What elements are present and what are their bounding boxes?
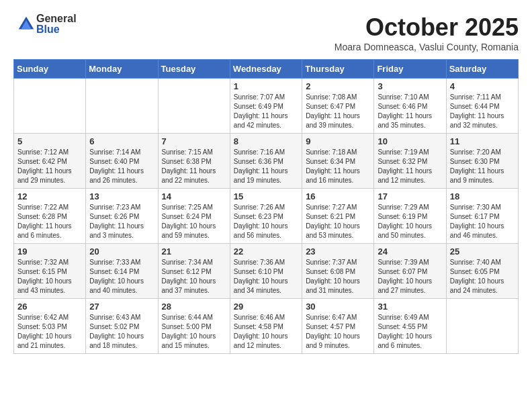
day-header-tuesday: Tuesday xyxy=(158,60,230,79)
day-number: 1 xyxy=(234,81,298,91)
day-info: Sunrise: 7:40 AMSunset: 6:05 PMDaylight:… xyxy=(450,258,515,295)
day-info: Sunrise: 7:20 AMSunset: 6:30 PMDaylight:… xyxy=(450,148,515,185)
day-info: Sunrise: 7:36 AMSunset: 6:10 PMDaylight:… xyxy=(234,258,298,295)
day-cell: 17Sunrise: 7:29 AMSunset: 6:19 PMDayligh… xyxy=(374,189,446,244)
day-number: 18 xyxy=(450,191,515,201)
day-cell: 20Sunrise: 7:33 AMSunset: 6:14 PMDayligh… xyxy=(86,244,158,299)
day-info: Sunrise: 7:23 AMSunset: 6:26 PMDaylight:… xyxy=(89,203,154,240)
day-number: 21 xyxy=(162,246,226,257)
day-cell xyxy=(14,79,86,134)
day-info: Sunrise: 7:22 AMSunset: 6:28 PMDaylight:… xyxy=(17,203,82,240)
day-info: Sunrise: 7:14 AMSunset: 6:40 PMDaylight:… xyxy=(89,148,154,185)
day-number: 25 xyxy=(450,246,515,257)
day-cell: 13Sunrise: 7:23 AMSunset: 6:26 PMDayligh… xyxy=(86,189,158,244)
day-number: 17 xyxy=(378,191,442,201)
day-info: Sunrise: 7:08 AMSunset: 6:47 PMDaylight:… xyxy=(306,93,370,130)
day-cell: 2Sunrise: 7:08 AMSunset: 6:47 PMDaylight… xyxy=(302,79,374,134)
day-cell: 4Sunrise: 7:11 AMSunset: 6:44 PMDaylight… xyxy=(446,79,518,134)
day-number: 3 xyxy=(378,81,442,91)
day-cell: 31Sunrise: 6:49 AMSunset: 4:55 PMDayligh… xyxy=(374,299,446,354)
day-info: Sunrise: 7:30 AMSunset: 6:17 PMDaylight:… xyxy=(450,203,515,240)
day-info: Sunrise: 7:07 AMSunset: 6:49 PMDaylight:… xyxy=(234,93,298,130)
day-info: Sunrise: 7:16 AMSunset: 6:36 PMDaylight:… xyxy=(234,148,298,185)
logo: General Blue xyxy=(13,13,77,35)
day-info: Sunrise: 7:37 AMSunset: 6:08 PMDaylight:… xyxy=(306,258,370,295)
day-number: 15 xyxy=(234,191,298,201)
day-info: Sunrise: 7:10 AMSunset: 6:46 PMDaylight:… xyxy=(378,93,442,130)
day-number: 5 xyxy=(17,136,82,146)
day-header-monday: Monday xyxy=(86,60,158,79)
day-cell: 15Sunrise: 7:26 AMSunset: 6:23 PMDayligh… xyxy=(230,189,302,244)
day-cell: 10Sunrise: 7:19 AMSunset: 6:32 PMDayligh… xyxy=(374,134,446,189)
day-number: 10 xyxy=(378,136,442,146)
day-number: 30 xyxy=(306,302,370,312)
location-subtitle: Moara Domneasca, Vaslui County, Romania xyxy=(335,42,519,52)
day-cell: 8Sunrise: 7:16 AMSunset: 6:36 PMDaylight… xyxy=(230,134,302,189)
day-info: Sunrise: 7:26 AMSunset: 6:23 PMDaylight:… xyxy=(234,203,298,240)
day-cell: 5Sunrise: 7:12 AMSunset: 6:42 PMDaylight… xyxy=(14,134,86,189)
day-number: 22 xyxy=(234,246,298,257)
day-header-saturday: Saturday xyxy=(446,60,518,79)
day-header-thursday: Thursday xyxy=(302,60,374,79)
logo-general: General xyxy=(36,13,77,24)
day-cell: 30Sunrise: 6:47 AMSunset: 4:57 PMDayligh… xyxy=(302,299,374,354)
week-row-2: 5Sunrise: 7:12 AMSunset: 6:42 PMDaylight… xyxy=(14,134,519,189)
week-row-4: 19Sunrise: 7:32 AMSunset: 6:15 PMDayligh… xyxy=(14,244,519,299)
day-number: 7 xyxy=(162,136,226,146)
day-info: Sunrise: 7:39 AMSunset: 6:07 PMDaylight:… xyxy=(378,258,442,295)
day-cell: 21Sunrise: 7:34 AMSunset: 6:12 PMDayligh… xyxy=(158,244,230,299)
day-info: Sunrise: 7:18 AMSunset: 6:34 PMDaylight:… xyxy=(306,148,370,185)
day-info: Sunrise: 6:42 AMSunset: 5:03 PMDaylight:… xyxy=(17,313,82,351)
day-info: Sunrise: 6:43 AMSunset: 5:02 PMDaylight:… xyxy=(89,313,154,351)
day-cell xyxy=(158,79,230,134)
day-info: Sunrise: 6:49 AMSunset: 4:55 PMDaylight:… xyxy=(378,313,442,351)
day-cell: 18Sunrise: 7:30 AMSunset: 6:17 PMDayligh… xyxy=(446,189,518,244)
day-cell xyxy=(86,79,158,134)
day-cell: 16Sunrise: 7:27 AMSunset: 6:21 PMDayligh… xyxy=(302,189,374,244)
day-number: 13 xyxy=(89,191,154,201)
title-block: October 2025 Moara Domneasca, Vaslui Cou… xyxy=(335,13,519,52)
day-cell: 24Sunrise: 7:39 AMSunset: 6:07 PMDayligh… xyxy=(374,244,446,299)
day-info: Sunrise: 7:33 AMSunset: 6:14 PMDaylight:… xyxy=(89,258,154,295)
day-cell: 11Sunrise: 7:20 AMSunset: 6:30 PMDayligh… xyxy=(446,134,518,189)
logo-text: General Blue xyxy=(36,13,77,35)
day-cell: 14Sunrise: 7:25 AMSunset: 6:24 PMDayligh… xyxy=(158,189,230,244)
day-info: Sunrise: 7:11 AMSunset: 6:44 PMDaylight:… xyxy=(450,93,515,130)
day-cell: 9Sunrise: 7:18 AMSunset: 6:34 PMDaylight… xyxy=(302,134,374,189)
calendar-table: SundayMondayTuesdayWednesdayThursdayFrid… xyxy=(13,59,519,354)
day-info: Sunrise: 6:46 AMSunset: 4:58 PMDaylight:… xyxy=(234,313,298,351)
day-cell: 27Sunrise: 6:43 AMSunset: 5:02 PMDayligh… xyxy=(86,299,158,354)
day-header-wednesday: Wednesday xyxy=(230,60,302,79)
day-cell: 6Sunrise: 7:14 AMSunset: 6:40 PMDaylight… xyxy=(86,134,158,189)
day-cell xyxy=(446,299,518,354)
day-number: 27 xyxy=(89,302,154,312)
day-cell: 26Sunrise: 6:42 AMSunset: 5:03 PMDayligh… xyxy=(14,299,86,354)
month-title: October 2025 xyxy=(335,13,519,42)
day-info: Sunrise: 6:44 AMSunset: 5:00 PMDaylight:… xyxy=(162,313,226,351)
day-number: 14 xyxy=(162,191,226,201)
day-info: Sunrise: 7:25 AMSunset: 6:24 PMDaylight:… xyxy=(162,203,226,240)
page-header: General Blue October 2025 Moara Domneasc… xyxy=(13,13,519,52)
day-cell: 25Sunrise: 7:40 AMSunset: 6:05 PMDayligh… xyxy=(446,244,518,299)
day-cell: 28Sunrise: 6:44 AMSunset: 5:00 PMDayligh… xyxy=(158,299,230,354)
day-number: 8 xyxy=(234,136,298,146)
day-number: 16 xyxy=(306,191,370,201)
day-info: Sunrise: 7:29 AMSunset: 6:19 PMDaylight:… xyxy=(378,203,442,240)
day-info: Sunrise: 7:32 AMSunset: 6:15 PMDaylight:… xyxy=(17,258,82,295)
day-number: 9 xyxy=(306,136,370,146)
day-number: 24 xyxy=(378,246,442,257)
logo-blue: Blue xyxy=(36,24,77,35)
day-number: 6 xyxy=(89,136,154,146)
day-number: 23 xyxy=(306,246,370,257)
day-info: Sunrise: 7:19 AMSunset: 6:32 PMDaylight:… xyxy=(378,148,442,185)
day-cell: 7Sunrise: 7:15 AMSunset: 6:38 PMDaylight… xyxy=(158,134,230,189)
day-number: 20 xyxy=(89,246,154,257)
calendar-header-row: SundayMondayTuesdayWednesdayThursdayFrid… xyxy=(14,60,519,79)
day-number: 4 xyxy=(450,81,515,91)
week-row-1: 1Sunrise: 7:07 AMSunset: 6:49 PMDaylight… xyxy=(14,79,519,134)
day-info: Sunrise: 7:34 AMSunset: 6:12 PMDaylight:… xyxy=(162,258,226,295)
day-info: Sunrise: 7:15 AMSunset: 6:38 PMDaylight:… xyxy=(162,148,226,185)
day-number: 11 xyxy=(450,136,515,146)
day-cell: 29Sunrise: 6:46 AMSunset: 4:58 PMDayligh… xyxy=(230,299,302,354)
day-cell: 1Sunrise: 7:07 AMSunset: 6:49 PMDaylight… xyxy=(230,79,302,134)
